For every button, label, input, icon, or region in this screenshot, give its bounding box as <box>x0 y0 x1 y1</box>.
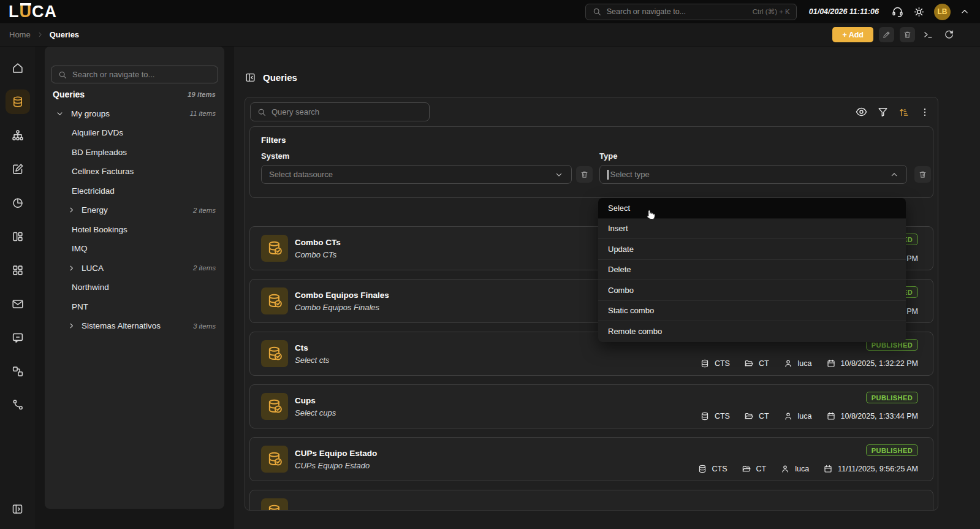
tree-item[interactable]: Hotel Bookings <box>45 220 224 240</box>
tree-root-queries[interactable]: Queries19 items <box>45 85 224 104</box>
database-icon <box>700 411 710 421</box>
terminal-button[interactable] <box>921 29 936 40</box>
user-avatar[interactable]: LB <box>934 4 951 20</box>
chevron-right-icon[interactable] <box>67 205 76 215</box>
dropdown-option-static-combo[interactable]: Static combo <box>598 301 906 322</box>
logo-u-accent: U <box>20 2 32 21</box>
tree-item-luca[interactable]: LUCA2 items <box>45 259 224 278</box>
dropdown-option-update[interactable]: Update <box>598 239 906 260</box>
dropdown-option-remote-combo[interactable]: Remote combo <box>598 321 906 342</box>
type-select[interactable]: Select type <box>599 165 907 184</box>
rail-item-mail[interactable] <box>0 287 35 321</box>
query-type-icon <box>261 498 288 511</box>
sort-ascending-icon[interactable] <box>898 106 910 118</box>
support-headset-icon[interactable] <box>891 6 904 18</box>
rail-item-chat[interactable] <box>0 321 35 354</box>
type-clear-button[interactable] <box>914 166 931 183</box>
rail-item-workflows[interactable] <box>0 354 35 388</box>
query-user: luca <box>795 465 809 473</box>
chevron-up-icon <box>889 170 899 180</box>
rail-item-charts[interactable] <box>0 186 35 219</box>
system-clear-button[interactable] <box>576 166 593 183</box>
pie-chart-icon <box>11 196 25 210</box>
query-search-input[interactable] <box>250 102 430 121</box>
dropdown-option-insert[interactable]: Insert <box>598 219 906 240</box>
delete-button[interactable] <box>900 27 915 42</box>
rail-item-apps[interactable] <box>0 253 35 287</box>
search-icon <box>257 107 267 117</box>
collapse-header-chevron-up-icon[interactable] <box>959 6 970 17</box>
tree-item-my-groups[interactable]: My groups11 items <box>45 104 224 124</box>
settings-gear-icon[interactable] <box>913 6 925 18</box>
filter-funnel-icon[interactable] <box>877 106 889 118</box>
tree-item-energy[interactable]: Energy2 items <box>45 200 224 220</box>
dropdown-option-delete[interactable]: Delete <box>598 260 906 281</box>
chevron-right-icon[interactable] <box>67 321 76 330</box>
tree-item-sistemas-alternativos[interactable]: Sistemas Alternativos3 items <box>45 316 224 336</box>
filters-section: Filters System Select datasource Type Se… <box>249 126 933 198</box>
sitemap-icon <box>11 129 25 142</box>
database-check-icon <box>266 345 283 362</box>
rail-item-hierarchy[interactable] <box>0 118 35 152</box>
edit-button[interactable] <box>879 27 894 42</box>
rail-item-queries[interactable] <box>0 85 35 118</box>
query-search-field[interactable] <box>272 107 423 116</box>
query-group: CT <box>756 465 767 473</box>
query-card[interactable]: CUPs Equipo EstadoCUPs Equipo Estado PUB… <box>249 437 933 481</box>
tree-item[interactable]: Electricidad <box>45 181 224 201</box>
home-icon <box>11 61 25 75</box>
visibility-eye-icon[interactable] <box>855 105 868 118</box>
tree-panel: Queries19 items My groups11 items Alquil… <box>45 47 224 509</box>
rail-item-home[interactable] <box>0 51 35 85</box>
system-select[interactable]: Select datasource <box>261 165 572 184</box>
tree-item[interactable]: Cellnex Facturas <box>45 162 224 181</box>
refresh-button[interactable] <box>941 29 957 40</box>
query-user: luca <box>798 359 812 368</box>
add-button[interactable]: + Add <box>832 27 873 42</box>
tree-item[interactable]: Northwind <box>45 278 224 297</box>
query-card[interactable]: CupsSelect cups PUBLISHED CTS CT luca 10… <box>249 384 933 428</box>
trash-icon <box>903 30 912 39</box>
dropdown-option-combo[interactable]: Combo <box>598 280 906 301</box>
query-group: CT <box>759 412 769 421</box>
query-datasource: CTS <box>715 412 730 421</box>
tree-item[interactable]: PNT <box>45 297 224 317</box>
tree-search-input[interactable] <box>51 66 218 83</box>
global-search-field[interactable] <box>607 7 748 16</box>
rail-item-editor[interactable] <box>0 152 35 186</box>
system-filter-label: System <box>261 151 289 161</box>
chevron-right-icon[interactable] <box>67 264 76 273</box>
panel-collapse-icon[interactable] <box>245 72 256 83</box>
chevron-down-icon <box>554 170 564 180</box>
person-icon <box>783 359 793 368</box>
breadcrumb-home[interactable]: Home <box>9 30 31 39</box>
person-icon <box>783 411 793 421</box>
folder-open-icon <box>744 359 754 368</box>
global-search-input[interactable]: Ctrl (⌘) + K <box>585 4 797 20</box>
query-subtitle: Combo Equipos Finales <box>295 303 389 312</box>
rail-item-pipelines[interactable] <box>0 388 35 422</box>
breadcrumb-separator-icon <box>36 31 44 39</box>
dropdown-option-select[interactable]: Select <box>598 198 906 219</box>
tree-search-field[interactable] <box>72 70 211 79</box>
database-check-icon <box>266 451 283 468</box>
tree-item[interactable]: BD Empleados <box>45 143 224 162</box>
query-subtitle: CUPs Equipo Estado <box>295 461 377 470</box>
query-user: luca <box>798 412 812 421</box>
query-type-icon <box>261 287 288 314</box>
filters-title: Filters <box>261 135 286 145</box>
chevron-down-icon[interactable] <box>55 109 64 118</box>
terminal-icon <box>922 29 934 40</box>
kebab-menu-icon[interactable] <box>919 107 930 118</box>
query-subtitle: Select cts <box>295 356 329 365</box>
rail-item-dashboards[interactable] <box>0 219 35 253</box>
tree-item[interactable]: Alquiler DVDs <box>45 123 224 143</box>
query-card-partial[interactable] <box>249 490 933 511</box>
rail-toggle-button[interactable] <box>0 503 35 516</box>
query-type-icon <box>261 393 288 420</box>
query-subtitle: Select cups <box>295 408 336 417</box>
query-title: CUPs Equipo Estado <box>295 449 377 458</box>
query-datasource: CTS <box>715 359 730 368</box>
tree-item[interactable]: IMQ <box>45 239 224 259</box>
item-count: 19 items <box>188 91 216 98</box>
